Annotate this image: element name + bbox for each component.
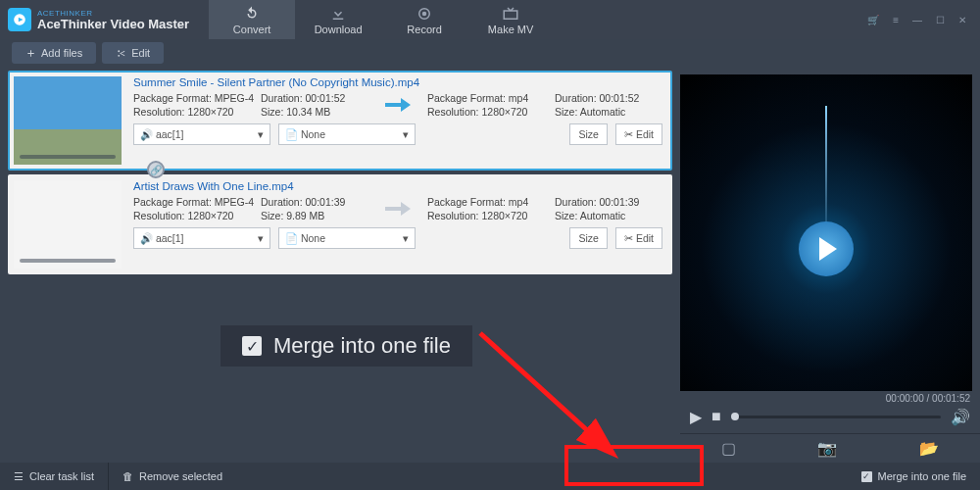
scissors-icon	[116, 48, 126, 59]
brand-title: AceThinker Video Master	[37, 18, 189, 30]
src-format: Package Format: MPEG-4	[133, 92, 261, 104]
row-edit-button[interactable]: ✂ Edit	[615, 123, 662, 145]
plus-icon	[25, 48, 36, 59]
src-dur: Duration: 00:01:39	[261, 196, 368, 208]
window-controls: 🛒 ≡ — ☐ ✕	[867, 15, 980, 25]
chevron-down-icon: ▾	[403, 232, 409, 244]
merge-checkbox[interactable]: ✓ Merge into one file	[848, 463, 981, 490]
menu-icon[interactable]: ≡	[893, 15, 899, 25]
file-card[interactable]: Artist Draws With One Line.mp4 Package F…	[8, 174, 672, 274]
clear-list-button[interactable]: ☰ Clear task list	[0, 463, 109, 490]
record-icon	[416, 5, 433, 23]
arrow-icon	[368, 96, 427, 114]
snapshot-icon[interactable]: 📷	[817, 439, 837, 458]
maximize-icon[interactable]: ☐	[936, 15, 945, 25]
dst-res: Resolution: 1280×720	[427, 210, 555, 221]
minimize-icon[interactable]: —	[912, 15, 922, 25]
list-icon: ☰	[14, 470, 24, 483]
file-name: Artist Draws With One Line.mp4	[133, 180, 662, 192]
subtitle-select[interactable]: 📄 None▾	[278, 227, 416, 249]
chevron-down-icon: ▾	[258, 128, 264, 140]
link-icon: 🔗	[147, 161, 165, 178]
trash-icon: 🗑	[122, 470, 133, 482]
task-list: Summer Smile - Silent Partner (No Copyri…	[0, 67, 680, 463]
dst-res: Resolution: 1280×720	[427, 106, 555, 118]
cart-icon[interactable]: 🛒	[867, 15, 879, 25]
refresh-icon	[243, 5, 261, 23]
status-bar: ☰ Clear task list 🗑 Remove selected ✓ Me…	[0, 463, 980, 490]
close-icon[interactable]: ✕	[958, 15, 966, 25]
play-button[interactable]: ▶	[690, 408, 702, 426]
nav-download[interactable]: Download	[295, 0, 381, 39]
chevron-down-icon: ▾	[403, 128, 409, 140]
dst-format: Package Format: mp4	[427, 196, 555, 208]
file-details: Summer Smile - Silent Partner (No Copyri…	[125, 73, 670, 169]
playback-controls: ▶ ■ 🔊	[680, 404, 980, 429]
audio-select[interactable]: 🔊 aac[1]▾	[133, 227, 270, 249]
tv-icon	[502, 5, 519, 23]
thumbnail	[14, 76, 122, 165]
folder-icon[interactable]: 📂	[919, 439, 939, 458]
src-size: Size: 9.89 MB	[261, 210, 368, 221]
src-size: Size: 10.34 MB	[261, 106, 368, 118]
check-icon: ✓	[861, 471, 872, 482]
file-name: Summer Smile - Silent Partner (No Copyri…	[133, 76, 662, 88]
remove-selected-button[interactable]: 🗑 Remove selected	[109, 470, 236, 482]
preview-toolbar: ▢ 📷 📂	[680, 433, 980, 463]
action-toolbar: Add files Edit	[0, 39, 980, 67]
chevron-down-icon: ▾	[258, 232, 264, 244]
size-button[interactable]: Size	[569, 227, 607, 249]
preview-canvas[interactable]	[680, 74, 972, 391]
annotation-callout: ✓ Merge into one file	[220, 325, 472, 367]
progress-slider[interactable]	[731, 416, 941, 418]
check-icon: ✓	[242, 336, 262, 356]
dst-format: Package Format: mp4	[427, 92, 555, 104]
main-nav: Convert Download Record Make MV	[209, 0, 554, 39]
title-bar: ACETHINKER AceThinker Video Master Conve…	[0, 0, 980, 39]
src-format: Package Format: MPEG-4	[133, 196, 261, 208]
subtitle-select[interactable]: 📄 None▾	[278, 123, 416, 145]
file-details: Artist Draws With One Line.mp4 Package F…	[125, 176, 670, 272]
dst-dur: Duration: 00:01:52	[555, 92, 662, 104]
svg-point-1	[422, 11, 427, 16]
nav-makemv[interactable]: Make MV	[467, 0, 554, 39]
crop-icon[interactable]: ▢	[721, 439, 736, 458]
arrow-icon	[368, 200, 427, 218]
src-res: Resolution: 1280×720	[133, 106, 261, 118]
dst-dur: Duration: 00:01:39	[555, 196, 662, 208]
dst-size: Size: Automatic	[555, 106, 662, 118]
volume-icon[interactable]: 🔊	[951, 408, 970, 426]
preview-pane: 00:00:00 / 00:01:52 ▶ ■ 🔊 ▢ 📷 📂	[680, 67, 980, 463]
file-card[interactable]: Summer Smile - Silent Partner (No Copyri…	[8, 71, 672, 171]
main-split: Summer Smile - Silent Partner (No Copyri…	[0, 67, 980, 463]
add-files-button[interactable]: Add files	[12, 42, 96, 64]
app-logo	[8, 8, 31, 31]
src-dur: Duration: 00:01:52	[261, 92, 368, 104]
row-edit-button[interactable]: ✂ Edit	[615, 227, 662, 249]
thumbnail	[14, 180, 122, 269]
size-button[interactable]: Size	[569, 123, 607, 145]
audio-select[interactable]: 🔊 aac[1]▾	[133, 123, 270, 145]
download-icon	[329, 5, 347, 23]
nav-record[interactable]: Record	[381, 0, 467, 39]
edit-button[interactable]: Edit	[102, 42, 164, 64]
nav-convert[interactable]: Convert	[209, 0, 295, 39]
stop-button[interactable]: ■	[711, 408, 721, 425]
play-icon	[799, 221, 854, 276]
brand: ACETHINKER AceThinker Video Master	[37, 10, 189, 30]
src-res: Resolution: 1280×720	[133, 210, 261, 221]
dst-size: Size: Automatic	[555, 210, 662, 221]
playback-time: 00:00:00 / 00:01:52	[680, 391, 980, 404]
